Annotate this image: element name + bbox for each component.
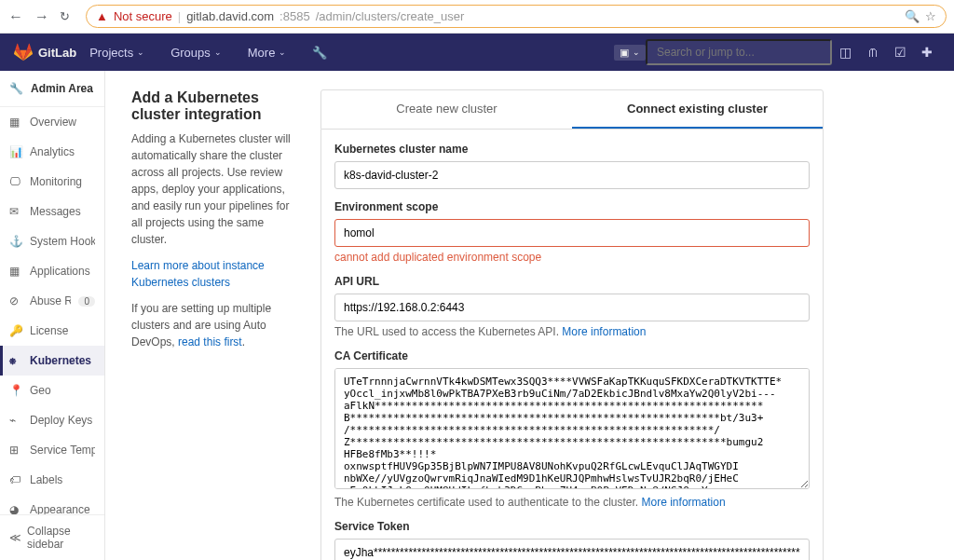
- geo-icon: 📍: [9, 384, 22, 397]
- apps-icon: ▦: [9, 265, 22, 278]
- cluster-form: Kubernetes cluster name Environment scop…: [320, 130, 824, 560]
- issues-icon[interactable]: ◫: [832, 45, 859, 60]
- intro-column: Add a Kubernetes cluster integration Add…: [131, 89, 294, 541]
- overview-icon: ▦: [9, 116, 22, 129]
- url-host: gitlab.david.com: [186, 9, 274, 23]
- deploy-icon: ⌁: [9, 414, 22, 427]
- page-title: Add a Kubernetes cluster integration: [131, 89, 294, 123]
- env-scope-input[interactable]: [334, 219, 810, 247]
- cluster-tabs: Create new cluster Connect existing clus…: [320, 89, 824, 130]
- gitlab-logo[interactable]: GitLab: [14, 43, 76, 61]
- appearance-icon: ◕: [9, 503, 22, 514]
- api-more-info-link[interactable]: More information: [562, 325, 646, 338]
- env-scope-error: cannot add duplicated environment scope: [334, 251, 810, 264]
- monitor-icon: 🖵: [9, 175, 22, 188]
- learn-more-link[interactable]: Learn more about instance Kubernetes clu…: [131, 259, 265, 289]
- ca-more-info-link[interactable]: More information: [642, 496, 726, 509]
- collapse-icon: ≪: [9, 531, 21, 544]
- nav-projects[interactable]: Projects⌄: [76, 46, 157, 60]
- templates-icon: ⊞: [9, 444, 22, 457]
- sidebar-item-overview[interactable]: ▦Overview: [0, 107, 104, 137]
- address-bar[interactable]: ▲ Not secure | gitlab.david.com:8585/adm…: [86, 5, 947, 28]
- tab-connect[interactable]: Connect existing cluster: [572, 90, 823, 129]
- key-icon: 🔑: [9, 324, 22, 337]
- sidebar-item-labels[interactable]: 🏷Labels: [0, 465, 104, 495]
- search-icon[interactable]: 🔍: [905, 9, 920, 23]
- top-nav: GitLab Projects⌄ Groups⌄ More⌄ 🔧 ▣ ⌄ ◫ ⫙…: [0, 34, 954, 71]
- ca-cert-label: CA Certificate: [334, 349, 810, 362]
- sidebar-item-analytics[interactable]: 📊Analytics: [0, 137, 104, 167]
- search-input[interactable]: [646, 39, 832, 65]
- cluster-name-label: Kubernetes cluster name: [334, 143, 810, 156]
- sidebar: 🔧 Admin Area ▦Overview 📊Analytics 🖵Monit…: [0, 71, 105, 560]
- read-first-link[interactable]: read this first: [178, 335, 242, 348]
- sidebar-item-messages[interactable]: ✉Messages: [0, 197, 104, 226]
- tab-create[interactable]: Create new cluster: [321, 90, 572, 129]
- analytics-icon: 📊: [9, 145, 22, 158]
- api-url-input[interactable]: [334, 294, 810, 321]
- sidebar-item-geo[interactable]: 📍Geo: [0, 376, 104, 405]
- back-icon[interactable]: ←: [7, 8, 24, 25]
- sidebar-item-abuse[interactable]: ⊘Abuse Reports0: [0, 286, 104, 316]
- abuse-icon: ⊘: [9, 294, 22, 307]
- sidebar-item-applications[interactable]: ▦Applications: [0, 256, 104, 286]
- kubernetes-icon: ⎈: [9, 354, 22, 367]
- sidebar-item-license[interactable]: 🔑License: [0, 316, 104, 346]
- sidebar-item-deploy[interactable]: ⌁Deploy Keys: [0, 405, 104, 435]
- collapse-sidebar[interactable]: ≪Collapse sidebar: [0, 514, 104, 560]
- todo-icon[interactable]: ☑: [887, 45, 914, 60]
- sidebar-item-monitoring[interactable]: 🖵Monitoring: [0, 167, 104, 197]
- env-scope-label: Environment scope: [334, 200, 810, 213]
- not-secure-label: Not secure: [114, 9, 172, 23]
- hook-icon: ⚓: [9, 235, 22, 248]
- forward-icon[interactable]: →: [34, 8, 50, 25]
- ca-cert-textarea[interactable]: [334, 368, 810, 489]
- token-label: Service Token: [334, 520, 810, 533]
- mr-icon[interactable]: ⫙: [859, 45, 887, 60]
- wrench-icon[interactable]: 🔧: [299, 46, 340, 60]
- page-desc: Adding a Kubernetes cluster will automat…: [131, 130, 294, 248]
- cluster-name-input[interactable]: [334, 161, 810, 189]
- warn-icon: ▲: [96, 9, 108, 23]
- wrench-icon: 🔧: [9, 82, 23, 95]
- labels-icon: 🏷: [9, 473, 22, 486]
- plus-icon[interactable]: ✚: [914, 45, 940, 60]
- admin-area-header[interactable]: 🔧 Admin Area: [0, 71, 104, 107]
- token-input[interactable]: [334, 539, 810, 560]
- sidebar-item-appearance[interactable]: ◕Appearance: [0, 495, 104, 514]
- sidebar-item-templates[interactable]: ⊞Service Templates: [0, 435, 104, 465]
- sidebar-item-kubernetes[interactable]: ⎈Kubernetes: [0, 346, 104, 376]
- star-icon[interactable]: ☆: [925, 9, 936, 23]
- sidebar-item-hooks[interactable]: ⚓System Hooks: [0, 226, 104, 256]
- reload-icon[interactable]: ↻: [60, 9, 76, 23]
- nav-more[interactable]: More⌄: [235, 46, 300, 60]
- nav-groups[interactable]: Groups⌄: [157, 46, 235, 60]
- browser-bar: ← → ↻ ▲ Not secure | gitlab.david.com:85…: [0, 0, 954, 34]
- shortcut-badge[interactable]: ▣ ⌄: [614, 45, 646, 61]
- api-url-label: API URL: [334, 275, 810, 288]
- messages-icon: ✉: [9, 205, 22, 218]
- gitlab-icon: [14, 43, 33, 61]
